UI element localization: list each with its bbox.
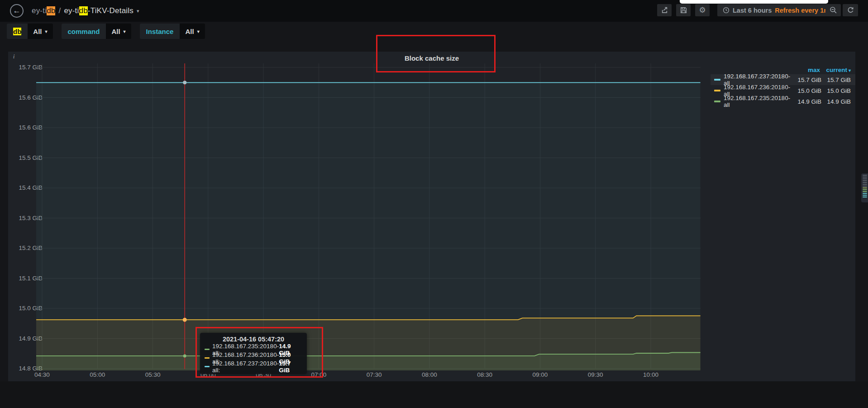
legend-max-value: 15.7 GiB xyxy=(790,77,821,83)
breadcrumb-separator: / xyxy=(55,6,64,15)
chevron-down-icon: ▾ xyxy=(45,29,48,34)
series-color-dash xyxy=(714,79,720,81)
tooltip-series-value: 15.7 GiB xyxy=(279,360,302,374)
artifact-stripe xyxy=(863,180,867,181)
x-axis-label: 07:30 xyxy=(358,371,390,378)
filter-value-text: All xyxy=(33,28,42,35)
artifact-stripe xyxy=(863,191,867,192)
x-axis-label: 05:30 xyxy=(137,371,169,378)
graph-panel: i Block cache size 15.7 GiB15.6 GiB15.6 … xyxy=(8,52,855,381)
x-axis-label: 08:30 xyxy=(469,371,501,378)
sort-caret-icon: ▾ xyxy=(849,68,851,73)
find-highlight-match: db xyxy=(79,6,88,15)
variable-filter-row: db All ▾ command All ▾ Instance All ▾ xyxy=(7,24,205,39)
artifact-stripe xyxy=(863,177,867,178)
series-color-dash xyxy=(205,366,210,367)
series-color-dash xyxy=(714,101,720,102)
filter-value-command[interactable]: All ▾ xyxy=(106,24,131,39)
edge-preview-artifact xyxy=(861,173,868,202)
artifact-stripe xyxy=(863,178,867,179)
filter-value-instance[interactable]: All ▾ xyxy=(180,24,205,39)
x-axis-label: 08:00 xyxy=(414,371,445,378)
chart-plot-area[interactable] xyxy=(36,63,701,370)
chevron-down-icon: ▾ xyxy=(124,29,126,34)
legend-current-value: 15.7 GiB xyxy=(821,77,855,83)
artifact-stripe xyxy=(863,184,867,185)
time-range-label: Last 6 hours xyxy=(733,7,772,14)
breadcrumb-dashboard[interactable]: ey-ti xyxy=(64,6,79,15)
find-highlight-match: db xyxy=(13,28,21,35)
save-icon xyxy=(680,6,687,14)
x-axis-label: 07:00 xyxy=(303,371,334,378)
refresh-icon xyxy=(847,6,854,14)
filter-group-instance: Instance All ▾ xyxy=(140,24,205,39)
refresh-button[interactable] xyxy=(843,4,858,16)
legend-sort-current[interactable]: current▾ xyxy=(820,67,855,73)
settings-button[interactable]: ⚙ xyxy=(695,4,710,16)
legend-row[interactable]: 192.168.167.235:20180-all 14.9 GiB 14.9 … xyxy=(711,96,855,107)
gear-icon: ⚙ xyxy=(699,5,706,15)
x-axis-label: 05:00 xyxy=(81,371,113,378)
legend: max current▾ 192.168.167.237:20180-all 1… xyxy=(711,65,855,107)
breadcrumb-dashboard-suffix[interactable]: -TiKV-Details xyxy=(88,6,134,15)
breadcrumb-folder[interactable]: ey-ti xyxy=(32,6,47,15)
tooltip-row: 192.168.167.237:20180-all: 15.7 GiB xyxy=(205,362,302,371)
zoom-out-button[interactable] xyxy=(825,4,841,16)
find-highlight-active: db xyxy=(47,6,55,15)
zoom-out-icon xyxy=(830,6,837,14)
filter-label-command: command xyxy=(62,24,106,39)
filter-value-db[interactable]: All ▾ xyxy=(28,24,52,39)
save-button[interactable] xyxy=(676,4,691,16)
legend-series-name[interactable]: 192.168.167.235:20180-all xyxy=(724,95,790,108)
artifact-stripe xyxy=(863,187,867,188)
x-axis-label: 09:30 xyxy=(580,371,611,378)
artifact-stripe xyxy=(863,197,867,197)
x-axis-label: 04:30 xyxy=(26,371,58,378)
filter-group-command: command All ▾ xyxy=(62,24,131,39)
top-nav-bar: ← ey-tidb / ey-tidb-TiKV-Details ▾ ⚙ xyxy=(0,0,868,22)
time-picker-button[interactable]: Last 6 hours Refresh every 1m xyxy=(717,4,835,16)
legend-sort-max[interactable]: max xyxy=(787,67,820,73)
breadcrumb[interactable]: ey-tidb / ey-tidb-TiKV-Details ▾ xyxy=(32,0,139,22)
filter-value-text: All xyxy=(185,28,194,35)
series-color-dash xyxy=(205,349,210,350)
artifact-stripe xyxy=(863,182,867,183)
back-arrow-icon: ← xyxy=(13,7,21,14)
filter-label-instance: Instance xyxy=(140,24,180,39)
legend-max-value: 15.0 GiB xyxy=(790,87,821,94)
tooltip-timestamp: 2021-04-16 05:47:20 xyxy=(205,336,302,343)
tooltip-series-name: 192.168.167.237:20180-all: xyxy=(212,360,279,374)
filter-value-text: All xyxy=(111,28,120,35)
artifact-stripe xyxy=(863,189,867,190)
refresh-interval-label: Refresh every 1m xyxy=(775,7,830,14)
graph-tooltip: 2021-04-16 05:47:20 192.168.167.235:2018… xyxy=(200,333,307,374)
chevron-down-icon: ▾ xyxy=(197,29,200,34)
filter-label-db: db xyxy=(7,24,28,39)
share-icon xyxy=(661,6,668,14)
panel-title[interactable]: Block cache size xyxy=(8,54,855,62)
x-axis-label: 10:00 xyxy=(635,371,667,378)
chevron-down-icon[interactable]: ▾ xyxy=(137,8,139,14)
chart-canvas xyxy=(36,63,701,370)
artifact-stripe xyxy=(863,195,867,196)
legend-current-value: 15.0 GiB xyxy=(821,87,855,94)
series-color-dash xyxy=(714,90,720,91)
browser-find-bar-fragment xyxy=(680,0,828,4)
filter-group-db: db All ▾ xyxy=(7,24,53,39)
legend-current-value: 14.9 GiB xyxy=(821,98,855,105)
share-button[interactable] xyxy=(657,4,672,16)
series-color-dash xyxy=(205,357,210,359)
artifact-stripe xyxy=(863,193,867,194)
x-axis-label: 09:00 xyxy=(524,371,556,378)
grafana-dashboard: ← ey-tidb / ey-tidb-TiKV-Details ▾ ⚙ xyxy=(0,0,868,408)
artifact-stripe xyxy=(863,186,867,187)
legend-max-value: 14.9 GiB xyxy=(790,98,821,105)
artifact-stripe xyxy=(863,175,867,176)
clock-icon xyxy=(723,7,730,14)
back-button[interactable]: ← xyxy=(10,4,24,18)
page-footer-area xyxy=(0,381,868,408)
